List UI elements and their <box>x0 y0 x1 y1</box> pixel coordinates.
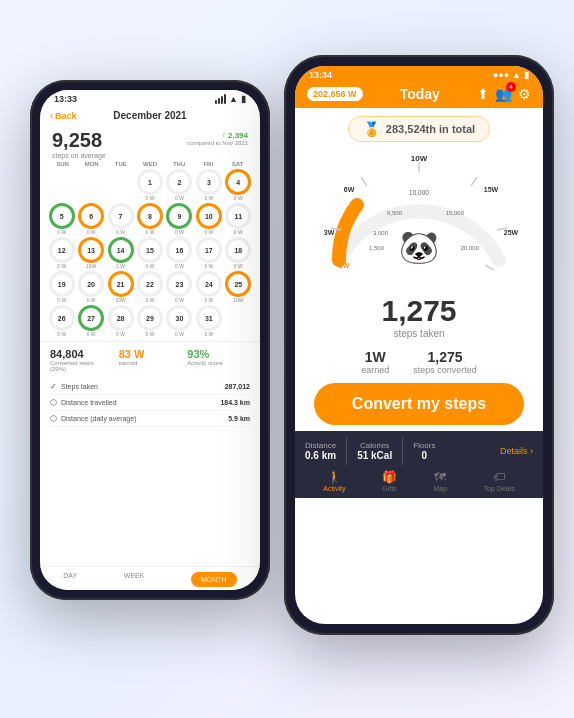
cal-day-25[interactable]: 2510W <box>225 271 252 303</box>
share-icon[interactable]: ⬆ <box>477 86 489 102</box>
cal-day-29[interactable]: 290 W <box>136 305 163 337</box>
gauge-section: 10W 6W 15W 3W 25W 1W 10,000 15,000 20,00… <box>295 146 543 290</box>
svg-line-3 <box>485 265 494 270</box>
cal-day-13[interactable]: 1316W <box>77 237 104 269</box>
time-back: 13:33 <box>54 94 77 104</box>
tab-activity[interactable]: 🚶 Activity <box>323 470 345 492</box>
cal-day-23[interactable]: 230 W <box>166 271 193 303</box>
header-icons: ⬆ 👥 4 ⚙ <box>477 86 531 102</box>
front-screen: 13:34 ●●● ▲ ▮ 202,656 W Today ⬆ 👥 4 ⚙ <box>295 66 543 624</box>
rank-badge: 🏅 283,524th in total <box>348 116 490 142</box>
cal-day-28[interactable]: 280 W <box>107 305 134 337</box>
steps-display: 1,275 steps taken 1W earned 1,275 steps … <box>295 290 543 383</box>
back-tab-bar: DAY WEEK MONTH <box>40 566 260 590</box>
cal-day-20[interactable]: 200 W <box>77 271 104 303</box>
day-mon: MON <box>77 161 106 167</box>
back-phone: 13:33 ▲ ▮ ‹ Back December 2021 <box>30 80 270 600</box>
svg-line-4 <box>361 177 367 186</box>
cal-day-1[interactable]: 10 W <box>136 169 163 201</box>
cal-day-19[interactable]: 190 W <box>48 271 75 303</box>
tab-week[interactable]: WEEK <box>124 572 145 587</box>
metric-steps-val: 287,012 <box>225 383 250 390</box>
cal-day-18[interactable]: 180 W <box>225 237 252 269</box>
cal-day-22[interactable]: 220 W <box>136 271 163 303</box>
wallet-badge[interactable]: 202,656 W <box>307 87 363 101</box>
cal-day-12[interactable]: 120 W <box>48 237 75 269</box>
svg-text:3W: 3W <box>324 229 335 236</box>
cal-day-24[interactable]: 240 W <box>195 271 222 303</box>
day-sun: SUN <box>48 161 77 167</box>
daily-icon: ⬡ <box>50 414 57 423</box>
metric-distance: ⬡Distance travelled 184.3 km <box>50 395 250 411</box>
cal-day-31[interactable]: 310 W <box>195 305 222 337</box>
rank-section: 🏅 283,524th in total <box>295 108 543 146</box>
earned-stat: 83 W earned <box>119 348 182 372</box>
map-label: Map <box>433 485 447 492</box>
day-tue: TUE <box>106 161 135 167</box>
cal-day-6[interactable]: 60 W <box>77 203 104 235</box>
floors-val: 0 <box>413 450 435 461</box>
svg-text:15W: 15W <box>484 186 499 193</box>
earned-num: 83 W <box>119 348 182 360</box>
cal-day-16[interactable]: 160 W <box>166 237 193 269</box>
tab-top-deals[interactable]: 🏷 Top Deals <box>484 470 515 492</box>
converted-label-front: steps converted <box>413 365 477 375</box>
steps-label: steps on average <box>52 152 106 159</box>
calories-label: Calories <box>357 441 392 450</box>
users-icon[interactable]: 👥 4 <box>495 86 512 102</box>
settings-icon[interactable]: ⚙ <box>518 86 531 102</box>
svg-text:20,000: 20,000 <box>461 245 480 251</box>
wifi-icon: ▲ <box>229 94 238 104</box>
cal-day-10[interactable]: 100 W <box>195 203 222 235</box>
back-bottom-stats: 84,804 Converted steps(29%) 83 W earned … <box>40 341 260 376</box>
back-screen: 13:33 ▲ ▮ ‹ Back December 2021 <box>40 90 260 590</box>
signal-front: ●●● <box>493 70 509 80</box>
cal-day-17[interactable]: 170 W <box>195 237 222 269</box>
convert-button[interactable]: Convert my steps <box>314 383 525 425</box>
cal-day-2[interactable]: 20 W <box>166 169 193 201</box>
converted-val: 1,275 <box>413 349 477 365</box>
metric-distance-label: Distance travelled <box>61 399 117 406</box>
cal-empty <box>48 169 75 201</box>
metric-daily-val: 5.9 km <box>228 415 250 422</box>
cal-day-11[interactable]: 110 W <box>225 203 252 235</box>
converted-label: Converted steps(29%) <box>50 360 113 372</box>
cal-day-27[interactable]: 276 W <box>77 305 104 337</box>
cal-day-21[interactable]: 2110W <box>107 271 134 303</box>
details-link[interactable]: Details › <box>500 446 533 456</box>
tab-month[interactable]: MONTH <box>191 572 237 587</box>
tab-map[interactable]: 🗺 Map <box>433 470 447 492</box>
metric-calories-front: Calories 51 kCal <box>357 441 392 461</box>
svg-text:25W: 25W <box>504 229 519 236</box>
activity-icon: 🚶 <box>323 470 345 484</box>
metric-floors-front: Floors 0 <box>413 441 435 461</box>
cal-day-26[interactable]: 260 W <box>48 305 75 337</box>
cal-day-3[interactable]: 30 W <box>195 169 222 201</box>
day-thu: THU <box>165 161 194 167</box>
cal-day-15[interactable]: 150 W <box>136 237 163 269</box>
cal-day-7[interactable]: 70 W <box>107 203 134 235</box>
cal-day-30[interactable]: 300 W <box>166 305 193 337</box>
svg-text:15,000: 15,000 <box>446 210 465 216</box>
cal-day-5[interactable]: 50 W <box>48 203 75 235</box>
svg-text:🐼: 🐼 <box>399 228 439 266</box>
status-icons-front: ●●● ▲ ▮ <box>493 70 529 80</box>
wifi-front: ▲ <box>512 70 521 80</box>
earned-label: earned <box>119 360 182 366</box>
cal-day-4[interactable]: 40 W <box>225 169 252 201</box>
calendar-header: SUN MON TUE WED THU FRI SAT <box>48 161 252 167</box>
back-button[interactable]: ‹ Back <box>50 111 77 121</box>
front-metrics-top: Distance 0.6 km Calories 51 kCal Floors … <box>305 437 533 465</box>
gauge-container: 10W 6W 15W 3W 25W 1W 10,000 15,000 20,00… <box>319 150 519 290</box>
cal-day-8[interactable]: 80 W <box>136 203 163 235</box>
metric-steps-label: Steps taken <box>61 383 98 390</box>
tab-gifts[interactable]: 🎁 Gifts <box>382 470 397 492</box>
cal-day-9[interactable]: 90 W <box>166 203 193 235</box>
tab-day[interactable]: DAY <box>63 572 77 587</box>
gifts-icon: 🎁 <box>382 470 397 484</box>
cal-day-14[interactable]: 142 W <box>107 237 134 269</box>
divider-1 <box>346 437 347 465</box>
steps-count: 1,275 <box>295 294 543 328</box>
metric-daily: ⬡Distance (daily average) 5.9 km <box>50 411 250 427</box>
distance-val: 0.6 km <box>305 450 336 461</box>
